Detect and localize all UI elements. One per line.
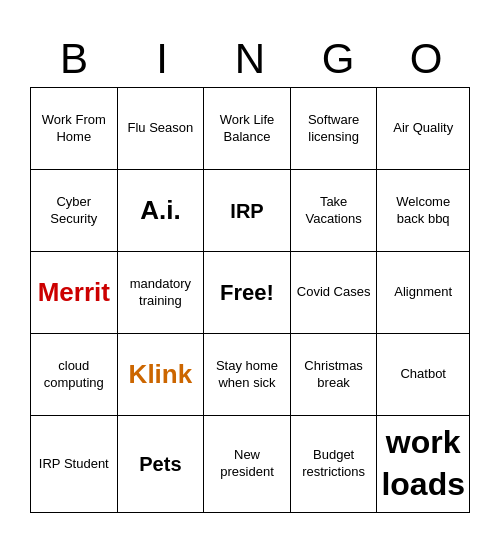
cell-text: Air Quality <box>393 120 453 137</box>
cell-text: IRP <box>230 198 263 224</box>
bingo-cell: Covid Cases <box>291 252 378 334</box>
cell-text: Software licensing <box>295 112 373 146</box>
cell-text: Chatbot <box>400 366 446 383</box>
cell-text: Budget restrictions <box>295 447 373 481</box>
bingo-cell: New president <box>204 416 291 512</box>
cell-text: New president <box>208 447 286 481</box>
bingo-cell: Merrit <box>31 252 118 334</box>
bingo-cell: Chatbot <box>377 334 470 416</box>
cell-text: Free! <box>220 279 274 308</box>
cell-text: Christmas break <box>295 358 373 392</box>
cell-text: Pets <box>139 451 181 477</box>
bingo-cell: Welcome back bbq <box>377 170 470 252</box>
bingo-card: BINGO Work From HomeFlu SeasonWork Life … <box>20 21 480 522</box>
bingo-grid: Work From HomeFlu SeasonWork Life Balanc… <box>30 87 470 512</box>
bingo-cell: cloud computing <box>31 334 118 416</box>
header-letter: B <box>30 31 118 87</box>
bingo-cell: work loads <box>377 416 470 512</box>
bingo-cell: Take Vacations <box>291 170 378 252</box>
bingo-cell: Work Life Balance <box>204 88 291 170</box>
bingo-cell: Free! <box>204 252 291 334</box>
cell-text: Stay home when sick <box>208 358 286 392</box>
header-letter: G <box>294 31 382 87</box>
bingo-header: BINGO <box>30 31 470 87</box>
bingo-cell: Flu Season <box>118 88 205 170</box>
cell-text: Work Life Balance <box>208 112 286 146</box>
header-letter: O <box>382 31 470 87</box>
cell-text: Cyber Security <box>35 194 113 228</box>
bingo-cell: IRP Student <box>31 416 118 512</box>
bingo-cell: mandatory training <box>118 252 205 334</box>
cell-text: work loads <box>381 422 465 505</box>
bingo-cell: Klink <box>118 334 205 416</box>
bingo-cell: A.i. <box>118 170 205 252</box>
cell-text: Flu Season <box>128 120 194 137</box>
cell-text: A.i. <box>140 194 180 228</box>
bingo-cell: Christmas break <box>291 334 378 416</box>
cell-text: mandatory training <box>122 276 200 310</box>
bingo-cell: Software licensing <box>291 88 378 170</box>
bingo-cell: Cyber Security <box>31 170 118 252</box>
cell-text: Klink <box>129 358 193 392</box>
cell-text: Welcome back bbq <box>381 194 465 228</box>
cell-text: Alignment <box>394 284 452 301</box>
bingo-cell: Pets <box>118 416 205 512</box>
header-letter: N <box>206 31 294 87</box>
bingo-cell: IRP <box>204 170 291 252</box>
cell-text: Take Vacations <box>295 194 373 228</box>
bingo-cell: Stay home when sick <box>204 334 291 416</box>
cell-text: cloud computing <box>35 358 113 392</box>
bingo-cell: Air Quality <box>377 88 470 170</box>
cell-text: Work From Home <box>35 112 113 146</box>
cell-text: IRP Student <box>39 456 109 473</box>
bingo-cell: Alignment <box>377 252 470 334</box>
header-letter: I <box>118 31 206 87</box>
cell-text: Covid Cases <box>297 284 371 301</box>
bingo-cell: Work From Home <box>31 88 118 170</box>
cell-text: Merrit <box>38 276 110 310</box>
bingo-cell: Budget restrictions <box>291 416 378 512</box>
